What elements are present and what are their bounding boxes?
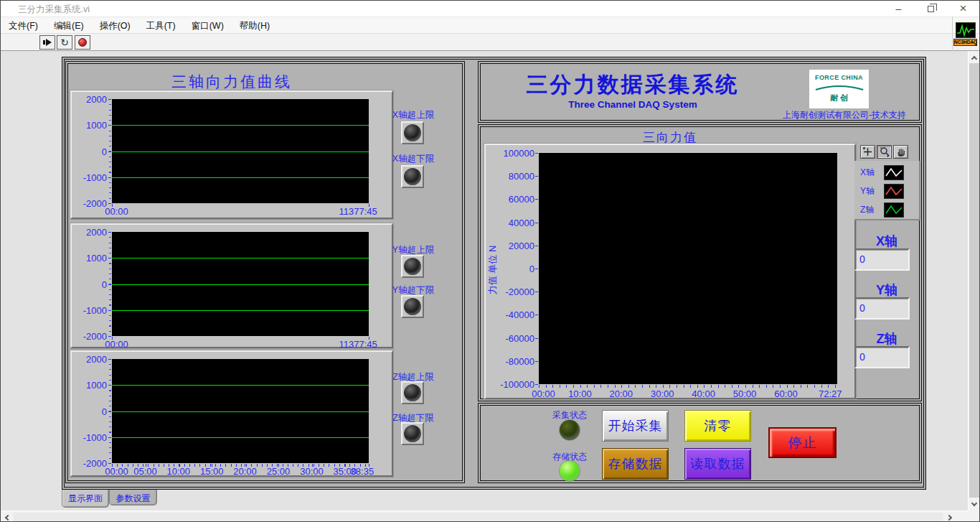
logo-swoosh-icon bbox=[814, 83, 865, 91]
close-button[interactable]: × bbox=[947, 1, 979, 17]
legend-line-sample bbox=[884, 165, 904, 180]
y-minor-ticks bbox=[109, 359, 111, 464]
main-x-tick-label: 50:00 bbox=[733, 388, 757, 399]
main-y-tick-mark bbox=[535, 153, 538, 154]
plot-legend: X轴Y轴Z轴 bbox=[854, 161, 920, 220]
x-tick-label: 00:00 bbox=[105, 206, 128, 217]
stop-button[interactable]: 停止 bbox=[768, 427, 837, 458]
waveform-chart-x[interactable]: 200010000-1000-200000:0011377:45 bbox=[70, 90, 393, 219]
horizontal-scrollbar[interactable] bbox=[1, 511, 969, 522]
x-minor-ticks bbox=[112, 464, 369, 467]
led-off-icon bbox=[404, 384, 421, 401]
x-tick-label: 00:00 bbox=[105, 466, 128, 477]
run-continuous-button[interactable]: ↻ bbox=[57, 35, 72, 50]
main-y-tick-mark bbox=[535, 246, 538, 246]
main-y-tick-mark bbox=[535, 361, 538, 362]
scroll-down-button[interactable] bbox=[969, 498, 980, 511]
legend-label: X轴 bbox=[860, 167, 879, 179]
x-tick-label: 30:00 bbox=[300, 466, 324, 477]
readout-label-1: Y轴 bbox=[854, 281, 919, 299]
menu-item-4[interactable]: 窗口(W) bbox=[184, 17, 232, 34]
z-upper-limit-led bbox=[401, 381, 424, 404]
system-title: 三分力数据采集系统 bbox=[482, 70, 783, 100]
threshold-line bbox=[112, 385, 369, 386]
vertical-scroll-thumb[interactable] bbox=[969, 63, 979, 498]
page-tabs: 显示界面参数设置 bbox=[62, 490, 157, 509]
y-tick-label: -2000 bbox=[72, 458, 107, 469]
controls-section: 采集状态 存储状态 开始采集清零存储数据读取数据停止 bbox=[478, 403, 922, 483]
tab-0[interactable]: 显示界面 bbox=[62, 490, 109, 508]
scroll-right-button[interactable] bbox=[944, 511, 956, 522]
y-tick-label: 0 bbox=[72, 146, 107, 157]
hand-icon bbox=[896, 146, 906, 157]
legend-row-1[interactable]: Y轴 bbox=[854, 182, 919, 200]
waveform-chart-y[interactable]: 200010000-1000-200000:0011377:45 bbox=[70, 223, 393, 348]
menu-item-2[interactable]: 操作(O) bbox=[92, 17, 138, 34]
x-tick-label: 25:00 bbox=[267, 466, 291, 477]
main-y-tick-mark bbox=[535, 292, 538, 292]
pan-tool-button[interactable] bbox=[893, 145, 908, 159]
y-tick-label: 1000 bbox=[72, 380, 107, 391]
main-y-tick-mark bbox=[535, 314, 538, 315]
menu-item-3[interactable]: 工具(T) bbox=[138, 17, 184, 34]
toolbar-separator bbox=[952, 17, 953, 51]
readout-value-box-2: 0 bbox=[854, 346, 910, 368]
abort-button[interactable] bbox=[75, 35, 90, 50]
waveform-chart-z[interactable]: 200010000-1000-200000:0005:0010:0015:002… bbox=[70, 350, 393, 477]
main-x-tick-label: 30:00 bbox=[651, 388, 674, 399]
abort-icon bbox=[78, 38, 87, 47]
vertical-scrollbar[interactable] bbox=[968, 51, 979, 511]
main-y-tick-mark bbox=[535, 269, 538, 269]
zoom-tool-button[interactable] bbox=[877, 145, 892, 159]
legend-line-sample bbox=[884, 184, 904, 199]
read-data-button[interactable]: 读取数据 bbox=[684, 448, 751, 480]
main-y-tick-label: -20000 bbox=[491, 286, 534, 297]
y-lower-limit-led bbox=[401, 295, 424, 318]
readout-value: 0 bbox=[859, 253, 865, 265]
main-y-tick-label: 40000 bbox=[491, 217, 534, 228]
legend-row-0[interactable]: X轴 bbox=[854, 163, 919, 182]
waveform-section: 三轴向力值曲线 200010000-1000-200000:0011377:45… bbox=[65, 61, 465, 483]
main-y-tick-label: -100000 bbox=[491, 379, 534, 390]
x-tick-label: 38:35 bbox=[351, 466, 374, 477]
minimize-button[interactable]: – bbox=[882, 1, 915, 17]
clear-zero-button[interactable]: 清零 bbox=[684, 410, 751, 442]
scroll-up-button[interactable] bbox=[969, 51, 980, 63]
threshold-line bbox=[112, 258, 369, 258]
main-y-tick-label: 20000 bbox=[491, 240, 534, 251]
main-y-tick-label: -80000 bbox=[491, 355, 534, 366]
menu-item-0[interactable]: 文件(F) bbox=[1, 17, 46, 34]
header-section: 三分力数据采集系统 Three Channel DAQ System FORCE… bbox=[478, 61, 922, 123]
x-tick-label: 20:00 bbox=[233, 466, 257, 477]
readout-value-box-1: 0 bbox=[854, 297, 910, 320]
front-panel: 三轴向力值曲线 200010000-1000-200000:0011377:45… bbox=[1, 51, 969, 511]
save-data-button[interactable]: 存储数据 bbox=[602, 448, 669, 480]
start-acquire-button[interactable]: 开始采集 bbox=[602, 410, 669, 442]
led-off-icon bbox=[404, 124, 421, 141]
legend-row-2[interactable]: Z轴 bbox=[854, 200, 919, 219]
cursor-tool-button[interactable] bbox=[860, 145, 875, 159]
restore-button[interactable] bbox=[915, 1, 947, 17]
x-tick-label: 11377:45 bbox=[339, 339, 377, 350]
main-x-tick-label: 10:00 bbox=[568, 388, 592, 399]
y-upper-limit-led bbox=[401, 255, 424, 278]
main-y-tick-label: 60000 bbox=[491, 194, 534, 205]
company-logo: FORCE CHINA 耐 创 bbox=[809, 70, 869, 108]
horizontal-scroll-thumb[interactable] bbox=[14, 513, 943, 522]
main-chart-section: 三向力值 力值 单位 N 100000800006000040000200000… bbox=[478, 124, 922, 401]
main-y-tick-label: -40000 bbox=[491, 309, 534, 320]
legend-label: Z轴 bbox=[860, 204, 879, 216]
menu-item-1[interactable]: 编辑(E) bbox=[46, 17, 92, 34]
threshold-line bbox=[112, 125, 369, 126]
tab-1[interactable]: 参数设置 bbox=[109, 490, 157, 505]
run-button[interactable] bbox=[39, 35, 55, 50]
main-y-tick-mark bbox=[535, 199, 538, 200]
scroll-left-button[interactable] bbox=[1, 511, 13, 522]
tab-control: 三轴向力值曲线 200010000-1000-200000:0011377:45… bbox=[62, 57, 926, 490]
menu-item-5[interactable]: 帮助(H) bbox=[232, 17, 278, 34]
y-minor-ticks bbox=[109, 232, 111, 337]
readout-label-2: Z轴 bbox=[854, 330, 919, 348]
app-window: 三分力采集系统.vi – × 文件(F)编辑(E)操作(O)工具(T)窗口(W)… bbox=[0, 0, 980, 522]
y-tick-label: 1000 bbox=[72, 253, 107, 264]
readout-value: 0 bbox=[859, 302, 865, 314]
